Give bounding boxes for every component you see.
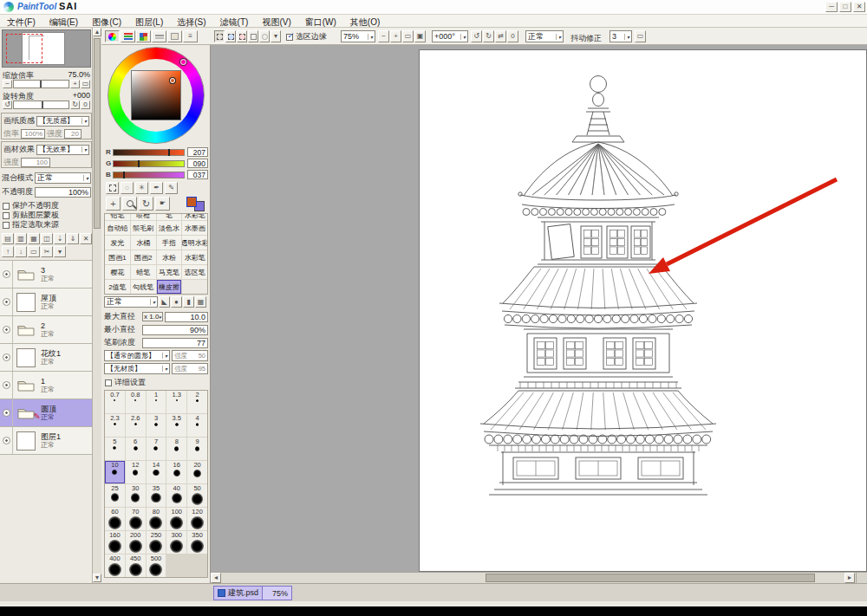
hue-marker[interactable] xyxy=(180,59,186,65)
brush-cell[interactable]: 水粉 xyxy=(157,250,182,264)
new-linework-layer-button[interactable]: ▥ xyxy=(15,233,27,244)
layer-row[interactable]: 花纹1正常 xyxy=(0,344,92,372)
selection-subtract-button[interactable] xyxy=(237,30,247,42)
brush-size-option[interactable]: 350 xyxy=(187,531,207,554)
rotate-ccw-button[interactable]: ↺ xyxy=(471,30,482,42)
eyedropper-tool[interactable]: ✒ xyxy=(150,182,163,194)
left-panel-scrollbar[interactable]: ▴ ▾ xyxy=(92,28,101,583)
move-layer-down-button[interactable]: ↓ xyxy=(15,246,27,257)
rgb-sliders-tab[interactable] xyxy=(121,30,135,42)
brush-shape-dropdown[interactable]: 【通常的圆形】▾ xyxy=(104,350,170,361)
max-diameter-unit-dropdown[interactable]: x 1.0▾ xyxy=(142,312,163,321)
brush-size-option[interactable]: 9 xyxy=(187,438,207,460)
brush-cell[interactable]: 橡皮擦 xyxy=(157,280,182,294)
brush-size-option[interactable]: 400 xyxy=(105,554,125,577)
palette-options-tab[interactable]: ≡ xyxy=(183,30,198,42)
angle-reset-button[interactable]: 0 xyxy=(507,30,518,42)
maximize-button[interactable]: □ xyxy=(839,2,851,12)
select-rect-tool[interactable] xyxy=(106,182,119,194)
effect-strength-value[interactable]: 100 xyxy=(21,158,50,167)
brush-cell[interactable]: 选区笔 xyxy=(182,265,207,279)
transfer-down-button[interactable]: ⇣ xyxy=(54,233,66,244)
brush-cell[interactable]: 发光 xyxy=(105,236,130,250)
brush-size-option[interactable]: 5 xyxy=(105,438,125,460)
canvas-hscrollbar[interactable]: ◂ ▸ xyxy=(211,572,856,583)
nav-zoom-slider[interactable] xyxy=(13,80,69,88)
brush-size-option[interactable]: 16 xyxy=(166,461,186,483)
option-checkbox[interactable] xyxy=(3,222,10,229)
brush-size-option[interactable]: 14 xyxy=(147,461,166,483)
layer-visibility-toggle[interactable] xyxy=(0,344,13,371)
brush-mode-dropdown[interactable]: 正常▾ xyxy=(104,296,158,308)
effect-dropdown[interactable]: 【无效果】▾ xyxy=(36,145,89,155)
rotate-canvas-tool[interactable]: ↻ xyxy=(139,197,153,211)
layer-row[interactable]: 屋顶正常 xyxy=(0,289,92,316)
stabilizer-extra-button[interactable]: ▭ xyxy=(635,30,646,42)
layer-visibility-toggle[interactable] xyxy=(0,316,13,343)
zoom-reset-button[interactable]: ▣ xyxy=(414,30,426,42)
move-tool[interactable]: + xyxy=(106,197,121,211)
brush-size-option[interactable]: 0.8 xyxy=(126,391,146,413)
new-layer-button[interactable]: ▤ xyxy=(2,233,14,244)
option-checkbox[interactable] xyxy=(3,203,10,210)
hand-tool[interactable]: ☛ xyxy=(155,197,170,211)
brush-cell[interactable]: 马克笔 xyxy=(157,265,182,279)
zoom-fit-button[interactable]: ▭ xyxy=(402,30,414,42)
detail-settings-checkbox[interactable] xyxy=(105,379,112,386)
brush-size-option[interactable]: 2.6 xyxy=(126,414,146,437)
channel-value[interactable]: 037 xyxy=(187,170,208,179)
brush-cell[interactable]: 蜡笔 xyxy=(131,265,156,279)
brush-size-option[interactable]: 500 xyxy=(147,554,166,577)
canvas-mode-dropdown[interactable]: 正常▾ xyxy=(525,30,564,42)
hscrollbar-thumb[interactable] xyxy=(486,574,815,582)
paper-texture-dropdown[interactable]: 【无质感】▾ xyxy=(36,116,89,126)
flip-button[interactable]: ⇄ xyxy=(495,30,506,42)
move-layer-up-button[interactable]: ↑ xyxy=(2,246,14,257)
paper-scale-value[interactable]: 100% xyxy=(21,129,45,139)
cut-layer-button[interactable]: ✂ xyxy=(41,246,53,257)
min-diameter-slider[interactable]: 90% xyxy=(142,325,208,335)
brush-size-option[interactable]: 3 xyxy=(147,414,166,437)
document-tab-name-segment[interactable]: 建筑.psd xyxy=(213,586,263,600)
texture-strength-field[interactable]: 强度95 xyxy=(172,363,208,374)
brush-size-option[interactable]: 4 xyxy=(187,414,207,437)
brush-size-option[interactable]: 250 xyxy=(147,531,166,554)
brush-size-option[interactable]: 0.7 xyxy=(105,391,125,413)
delete-layer-button[interactable]: ✕ xyxy=(80,233,92,244)
brush-size-option[interactable]: 450 xyxy=(126,554,146,577)
brush-cell[interactable]: 水桶 xyxy=(131,236,156,250)
angle-field[interactable]: +000°▾ xyxy=(432,30,468,42)
clear-layer-button[interactable]: ▭ xyxy=(28,246,40,257)
channel-slider[interactable] xyxy=(113,149,185,156)
brush-size-option[interactable]: 300 xyxy=(166,531,186,554)
brush-texture-dropdown[interactable]: 【无材质】▾ xyxy=(104,363,170,374)
zoom-tool[interactable] xyxy=(122,197,137,211)
navigator-view-rect[interactable] xyxy=(6,34,42,63)
brush-cell[interactable]: 喷枪 xyxy=(131,214,156,220)
selection-options-button[interactable]: ▾ xyxy=(271,30,281,42)
selection-edge-checkbox[interactable]: ✓ xyxy=(286,34,293,41)
nav-zoom-in-button[interactable]: + xyxy=(70,80,80,88)
detail-settings-row[interactable]: 详细设置 xyxy=(105,378,146,387)
layer-visibility-toggle[interactable] xyxy=(0,372,13,399)
brush-tip-circle-button[interactable]: ● xyxy=(171,296,182,308)
brush-size-option[interactable]: 60 xyxy=(105,508,125,530)
lasso-tool[interactable]: ◌ xyxy=(121,182,134,194)
merge-down-button[interactable]: ⇓ xyxy=(67,233,79,244)
nav-rotate-reset-button[interactable]: 0 xyxy=(81,101,90,109)
layer-option[interactable]: 指定选取来源 xyxy=(3,220,92,230)
brush-tip-texture-button[interactable]: ▦ xyxy=(195,296,206,308)
brush-cell[interactable]: 水彩笔 xyxy=(182,214,207,220)
brush-tip-flat-button[interactable]: ▮ xyxy=(183,296,194,308)
brush-size-option[interactable]: 35 xyxy=(147,484,166,507)
brush-cell[interactable]: 手指 xyxy=(157,236,182,250)
brush-cell[interactable]: 水彩笔 xyxy=(182,250,207,264)
selection-new-button[interactable] xyxy=(214,30,225,42)
channel-value[interactable]: 207 xyxy=(187,147,208,157)
layer-options-button[interactable]: ▾ xyxy=(54,246,66,257)
opacity-slider[interactable]: 100% xyxy=(35,187,91,198)
sv-marker[interactable] xyxy=(170,78,175,83)
paper-strength-value[interactable]: 20 xyxy=(64,129,81,139)
brush-cell[interactable]: 笔 xyxy=(157,214,182,220)
scrollbar-thumb[interactable] xyxy=(94,38,101,229)
